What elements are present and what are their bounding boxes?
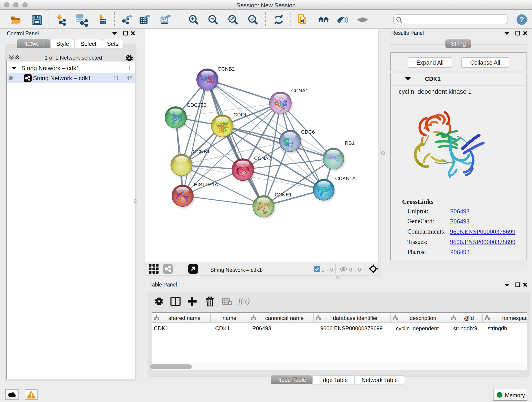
svg-text:CCNB1: CCNB1 <box>193 149 210 154</box>
svg-text:CDK1: CDK1 <box>234 112 247 118</box>
svg-text:CCNA1: CCNA1 <box>291 88 308 94</box>
svg-text:CDKN1A: CDKN1A <box>335 176 356 181</box>
svg-text:HIST1H1A: HIST1H1A <box>194 182 218 187</box>
svg-text:CCNE1: CCNE1 <box>275 192 292 198</box>
svg-text:CCNA2: CCNA2 <box>254 155 271 161</box>
svg-text:CDC6: CDC6 <box>301 129 315 135</box>
svg-text:CCNB2: CCNB2 <box>218 66 235 72</box>
svg-text:CDC25B: CDC25B <box>187 102 207 108</box>
svg-text:RB1: RB1 <box>345 140 355 146</box>
svg-text:?: ? <box>520 15 524 24</box>
